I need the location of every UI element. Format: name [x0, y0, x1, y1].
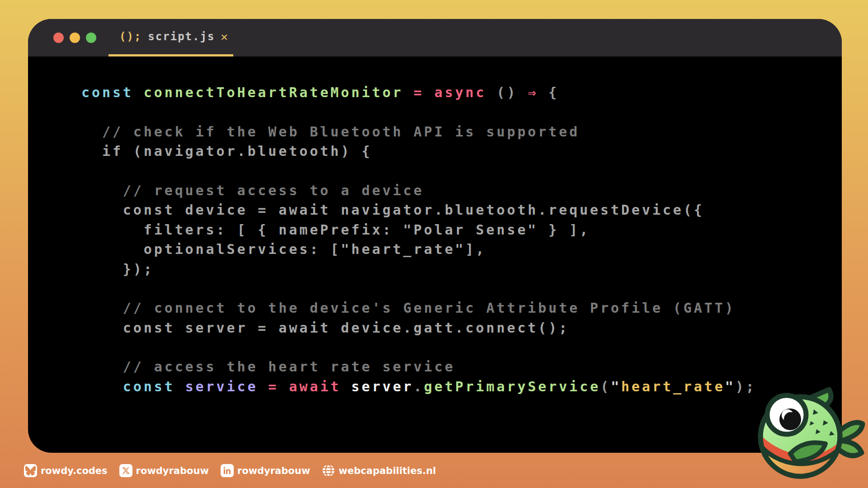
code-token — [81, 379, 123, 394]
pufferfish-mascot-logo — [745, 380, 866, 488]
tab-close-icon[interactable]: ✕ — [221, 30, 229, 43]
code-token: service — [185, 379, 258, 394]
footer-link-label: rowdyrabouw — [237, 465, 310, 476]
code-line: }); — [81, 259, 842, 279]
titlebar: (); script.js ✕ — [28, 19, 842, 56]
code-token: // access the heart rate service — [81, 359, 455, 375]
footer-link-x[interactable]: rowdyrabouw — [119, 464, 209, 477]
code-token: // check if the Web Bluetooth API is sup… — [81, 124, 580, 140]
tab-logo-prefix: (); — [119, 30, 142, 43]
code-token: server — [351, 379, 414, 394]
code-token: " — [611, 379, 621, 394]
footer-link-linkedin[interactable]: rowdyrabouw — [221, 464, 310, 477]
tab-script-js[interactable]: (); script.js ✕ — [108, 19, 233, 56]
code-token: const — [81, 84, 144, 100]
code-token: " — [725, 379, 736, 394]
code-token — [403, 84, 414, 100]
code-line: const service = await server.getPrimaryS… — [81, 377, 842, 396]
footer-link-label: rowdy.codes — [41, 465, 108, 476]
code-token — [258, 379, 268, 394]
code-line: // request access to a device — [81, 181, 842, 200]
bluesky-icon — [24, 464, 37, 477]
linkedin-icon — [221, 464, 234, 477]
code-line: const device = await navigator.bluetooth… — [81, 200, 842, 220]
code-token: filters: [ { namePrefix: "Polar Sense" }… — [81, 222, 590, 238]
code-token: const device = await navigator.bluetooth… — [81, 202, 704, 218]
code-token: connectToHeartRateMonitor — [144, 84, 403, 100]
footer-link-bluesky[interactable]: rowdy.codes — [24, 464, 108, 477]
code-token: const — [123, 379, 185, 394]
code-line: optionalServices: ["heart_rate"], — [81, 239, 842, 259]
traffic-lights — [53, 33, 96, 43]
globe-icon — [322, 464, 335, 477]
code-token: heart_rate — [621, 379, 725, 394]
code-token: () — [486, 84, 528, 100]
minimize-traffic-light-icon[interactable] — [70, 33, 80, 43]
code-token: if (navigator.bluetooth) { — [81, 143, 372, 159]
footer-social-bar: rowdy.codes rowdyrabouw rowdyrabouw webc… — [24, 464, 436, 477]
tab-filename: script.js — [148, 30, 215, 43]
code-line: // access the heart rate service — [81, 357, 842, 376]
code-line: // connect to the device's Generic Attri… — [81, 298, 842, 318]
code-token: const server = await device.gatt.connect… — [81, 320, 569, 336]
footer-link-label: rowdyrabouw — [136, 465, 209, 476]
code-line — [81, 102, 842, 122]
code-token: = async — [414, 84, 486, 100]
footer-link-label: webcapabilities.nl — [339, 465, 436, 476]
page-background: { "window": { "traffic_lights": [ {"name… — [0, 0, 868, 488]
code-editor[interactable]: const connectToHeartRateMonitor = async … — [28, 56, 842, 396]
code-line: const connectToHeartRateMonitor = async … — [81, 83, 842, 102]
code-line — [81, 338, 842, 357]
code-token: ( — [600, 379, 611, 394]
code-token: getPrimaryService — [424, 379, 600, 394]
code-token: // request access to a device — [81, 183, 424, 198]
code-token: }); — [81, 261, 154, 277]
zoom-traffic-light-icon[interactable] — [86, 33, 96, 43]
code-line: // check if the Web Bluetooth API is sup… — [81, 122, 842, 141]
footer-link-webcapabilities[interactable]: webcapabilities.nl — [322, 464, 436, 477]
code-token: { — [538, 84, 559, 100]
code-token: . — [414, 379, 424, 394]
code-token: // connect to the device's Generic Attri… — [81, 300, 736, 316]
code-token: = await — [268, 379, 341, 394]
code-line: filters: [ { namePrefix: "Polar Sense" }… — [81, 220, 842, 239]
code-token: optionalServices: ["heart_rate"], — [81, 241, 486, 257]
code-token: ⇒ — [528, 84, 538, 100]
code-editor-window: (); script.js ✕ const connectToHeartRate… — [28, 19, 842, 453]
close-traffic-light-icon[interactable] — [53, 33, 64, 43]
code-line — [81, 279, 842, 298]
code-line: if (navigator.bluetooth) { — [81, 141, 842, 161]
code-line — [81, 161, 842, 181]
x-icon — [119, 464, 132, 477]
code-line: const server = await device.gatt.connect… — [81, 318, 842, 338]
code-lines: const connectToHeartRateMonitor = async … — [81, 83, 842, 396]
code-token — [341, 379, 351, 394]
